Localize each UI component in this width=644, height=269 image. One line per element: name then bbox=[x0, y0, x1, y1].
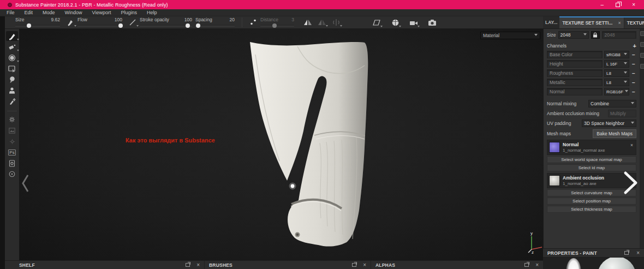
normal-map-entry[interactable]: Normal 1_normal_normal axe × bbox=[547, 140, 636, 155]
tab-texture-set-settings[interactable]: TEXTURE SET SETTI... bbox=[559, 17, 615, 28]
dock-icon[interactable] bbox=[640, 53, 644, 58]
size-lock-button[interactable] bbox=[591, 31, 600, 39]
camera-video-icon[interactable] bbox=[409, 18, 419, 28]
channel-row: Normal RGB16F − bbox=[547, 88, 636, 95]
viewport-3d[interactable]: Material Как это выглядит в Substance y … bbox=[20, 29, 543, 260]
uv-padding-dropdown[interactable]: 3D Space Neighbor bbox=[582, 119, 636, 127]
bake-mesh-maps-button[interactable]: Bake Mesh Maps bbox=[593, 129, 636, 138]
normal-mixing-dropdown[interactable]: Combine bbox=[588, 100, 636, 107]
stroke-opacity-slider[interactable] bbox=[140, 23, 192, 28]
symmetry-x-icon[interactable] bbox=[303, 17, 313, 27]
channel-format-dropdown[interactable]: L8 bbox=[604, 69, 629, 77]
menu-window[interactable]: Window bbox=[65, 10, 82, 15]
remove-channel-button[interactable]: − bbox=[631, 70, 636, 76]
brush-preset-icon[interactable] bbox=[65, 17, 75, 27]
projection-tool[interactable] bbox=[6, 53, 18, 63]
channel-format-dropdown[interactable]: RGB16F bbox=[604, 88, 629, 95]
undock-panel-icon[interactable] bbox=[352, 263, 356, 267]
select-thickness-map-button[interactable]: Select thickness map bbox=[547, 206, 636, 213]
flow-slider[interactable] bbox=[77, 23, 122, 28]
clone-stamp-tool[interactable] bbox=[6, 86, 18, 95]
dock-icon[interactable] bbox=[640, 42, 644, 47]
restore-button[interactable] bbox=[616, 3, 620, 7]
axis-z-label: z bbox=[532, 250, 534, 255]
close-panel-icon[interactable]: × bbox=[196, 262, 200, 268]
properties-paint-body bbox=[543, 258, 644, 269]
alphas-tab-label[interactable]: ALPHAS bbox=[375, 262, 395, 268]
menu-help[interactable]: Help bbox=[147, 10, 157, 15]
add-channel-button[interactable]: + bbox=[633, 43, 636, 49]
material-preview-sphere[interactable] bbox=[598, 258, 636, 269]
channel-name-field[interactable]: Base Color bbox=[547, 51, 603, 58]
close-button[interactable]: × bbox=[632, 2, 635, 8]
normal-mixing-value: Combine bbox=[591, 101, 609, 106]
menu-viewport[interactable]: Viewport bbox=[92, 10, 111, 15]
channel-format-dropdown[interactable]: sRGB8 bbox=[604, 51, 629, 58]
select-world-space-normal-button[interactable]: Select world space normal map bbox=[547, 156, 636, 163]
undock-panel-icon[interactable] bbox=[524, 263, 529, 267]
stroke-preset-icon[interactable] bbox=[128, 17, 138, 27]
polygon-fill-tool[interactable] bbox=[6, 64, 18, 74]
channel-name-field[interactable]: Normal bbox=[547, 88, 603, 95]
undock-panel-icon[interactable] bbox=[624, 251, 629, 255]
shelf-tab-label[interactable]: SHELF bbox=[19, 262, 35, 268]
channels-header: Channels bbox=[547, 43, 567, 49]
display-mode-icon[interactable] bbox=[372, 18, 381, 28]
close-panel-icon[interactable]: × bbox=[363, 262, 366, 268]
brushes-dock[interactable]: BRUSHES × bbox=[205, 261, 371, 269]
size-value: 9.62 bbox=[51, 17, 60, 22]
channel-name-field[interactable]: Roughness bbox=[547, 69, 603, 77]
close-panel-icon[interactable]: × bbox=[636, 250, 640, 256]
remove-channel-button[interactable]: − bbox=[631, 80, 636, 86]
material-mode-dropdown[interactable]: Material bbox=[480, 32, 540, 39]
lazy-mouse-icon[interactable] bbox=[248, 17, 258, 27]
dock-icon[interactable] bbox=[640, 64, 644, 69]
close-panel-icon[interactable]: × bbox=[535, 262, 539, 268]
material-view-icon[interactable] bbox=[390, 18, 400, 28]
expand-panel-icon[interactable] bbox=[622, 170, 640, 195]
brushes-tab-label[interactable]: BRUSHES bbox=[209, 262, 232, 268]
remove-normal-map-icon[interactable]: × bbox=[630, 142, 633, 148]
eraser-tool[interactable] bbox=[6, 42, 18, 52]
alphas-dock[interactable]: ALPHAS × bbox=[371, 261, 543, 269]
tab-close-icon[interactable]: × bbox=[615, 17, 624, 28]
export-document-icon[interactable] bbox=[6, 158, 18, 168]
axis-gizmo: y x z bbox=[524, 230, 543, 255]
shelf-dock[interactable]: SHELF × bbox=[5, 261, 205, 269]
menu-file[interactable]: File bbox=[7, 10, 15, 15]
select-position-map-button[interactable]: Select position map bbox=[547, 198, 636, 205]
channel-format-dropdown[interactable]: L8 bbox=[604, 79, 629, 86]
screenshot-camera-icon[interactable] bbox=[427, 18, 437, 28]
brush-tip-preview[interactable] bbox=[566, 258, 581, 269]
smudge-tool[interactable] bbox=[6, 75, 18, 85]
dock-icon[interactable] bbox=[640, 31, 644, 36]
menu-mode[interactable]: Mode bbox=[43, 10, 55, 15]
help-icon[interactable] bbox=[6, 169, 18, 179]
size-slider[interactable] bbox=[15, 23, 60, 28]
settings-gear-icon[interactable] bbox=[6, 115, 18, 124]
menu-plugins[interactable]: Plugins bbox=[121, 10, 137, 15]
tab-layers[interactable]: LAY... bbox=[543, 16, 559, 28]
channel-format-dropdown[interactable]: L 16F bbox=[604, 60, 629, 68]
title-bar[interactable]: Substance Painter 2018.2.1 - PBR - Metal… bbox=[0, 0, 644, 9]
remove-channel-button[interactable]: − bbox=[631, 61, 636, 67]
remove-channel-button[interactable]: − bbox=[631, 52, 636, 58]
material-picker-tool[interactable] bbox=[6, 97, 18, 106]
remove-channel-button[interactable]: − bbox=[631, 89, 636, 95]
size-dropdown[interactable]: 2048 bbox=[558, 31, 589, 39]
ao-mixing-label: Ambient occlusion mixing bbox=[547, 111, 599, 116]
undock-panel-icon[interactable] bbox=[186, 263, 190, 267]
minimize-button[interactable]: – bbox=[601, 2, 604, 8]
chevron-down-icon bbox=[326, 25, 328, 28]
paint-brush-tool[interactable] bbox=[6, 31, 18, 41]
menu-edit[interactable]: Edit bbox=[25, 10, 33, 15]
channel-name-field[interactable]: Metallic bbox=[547, 79, 603, 86]
channel-name-field[interactable]: Height bbox=[547, 60, 603, 68]
tab-texture-set-other[interactable]: TEXTURE SET ... bbox=[624, 17, 644, 28]
properties-paint-header[interactable]: PROPERTIES - PAINT × bbox=[543, 248, 644, 258]
spacing-slider[interactable] bbox=[195, 23, 235, 28]
collapse-left-icon[interactable] bbox=[20, 172, 32, 195]
axe-model[interactable] bbox=[20, 29, 543, 260]
distance-slider-group: Distance 3 bbox=[260, 16, 294, 29]
ps-plugin-icon[interactable]: Ps bbox=[6, 147, 18, 157]
